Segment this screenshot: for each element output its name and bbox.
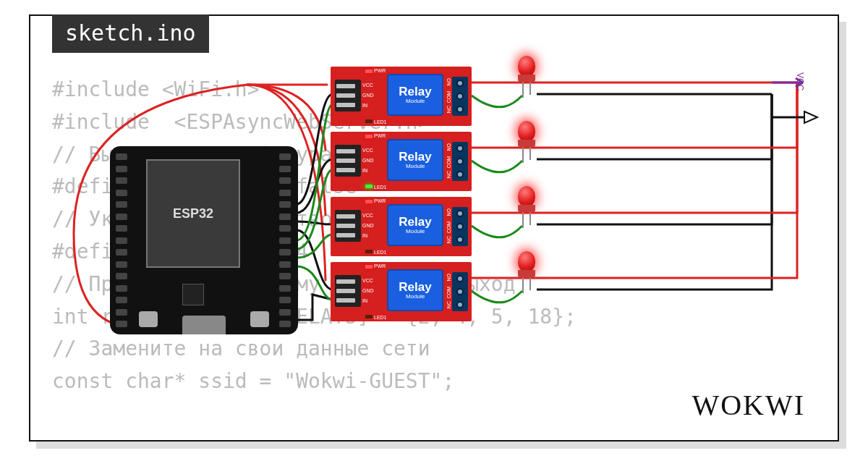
relay-power-led <box>365 69 373 73</box>
card: sketch.ino #include <WiFi.h> #include <E… <box>29 14 839 442</box>
led-bulb <box>518 56 535 76</box>
wokwi-logo: WOKWI <box>692 388 805 422</box>
code-preview: #include <WiFi.h> #include <ESPAsyncWebS… <box>52 74 816 398</box>
project-card: sketch.ino #include <WiFi.h> #include <E… <box>29 14 839 442</box>
relay-power-label: PWR <box>374 68 386 73</box>
file-tab[interactable]: sketch.ino <box>52 14 209 53</box>
